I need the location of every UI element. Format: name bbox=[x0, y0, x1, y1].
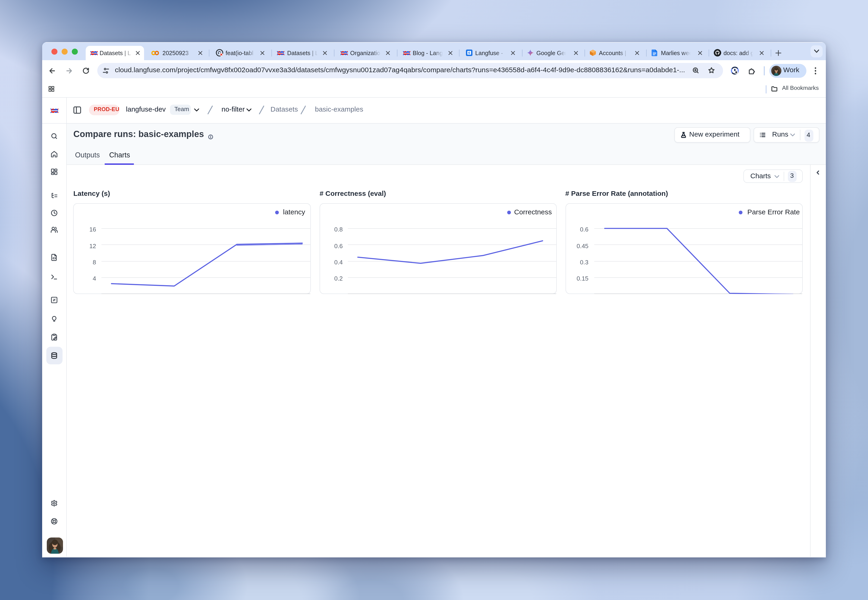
svg-text:6: 6 bbox=[468, 51, 470, 55]
